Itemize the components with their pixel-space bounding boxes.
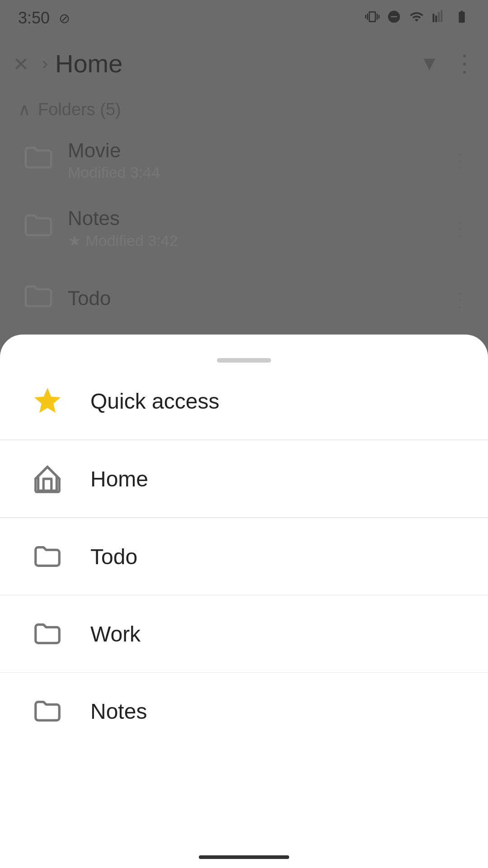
app-bar-title: › Home: [42, 49, 411, 78]
menu-label-todo: Todo: [90, 544, 137, 569]
folder-meta: Modified 3:44: [68, 164, 450, 181]
page-title: Home: [55, 49, 122, 78]
folders-count-label: Folders (5): [38, 100, 121, 119]
folder-info: Movie Modified 3:44: [68, 139, 450, 181]
wifi-icon: [408, 9, 425, 27]
vibrate-icon: [365, 9, 380, 27]
status-bar: 3:50 ⊘: [0, 0, 488, 36]
folder-meta: ★ Modified 3:42: [68, 231, 450, 250]
status-time: 3:50: [18, 9, 50, 28]
menu-item-home[interactable]: Home: [0, 440, 488, 518]
folder-icon-todo: [27, 541, 68, 572]
svg-rect-0: [432, 14, 434, 22]
app-bar-actions: ▼ ⋮: [419, 50, 474, 77]
dnd-icon: [387, 9, 401, 27]
svg-rect-1: [435, 15, 437, 22]
home-icon: [27, 463, 68, 495]
star-icon: [27, 385, 68, 417]
folder-name: Movie: [68, 139, 450, 162]
menu-label-notes: Notes: [90, 699, 147, 724]
dropdown-button[interactable]: ▼: [419, 52, 439, 75]
folder-item-notes[interactable]: Notes ★ Modified 3:42 ⋮: [0, 194, 488, 262]
svg-rect-3: [441, 10, 442, 22]
close-button[interactable]: ×: [14, 49, 28, 78]
menu-item-notes[interactable]: Notes: [0, 673, 488, 750]
more-options-button[interactable]: ⋮: [453, 50, 474, 77]
menu-label-home: Home: [90, 467, 148, 491]
svg-rect-2: [438, 12, 440, 22]
menu-label-quick-access: Quick access: [90, 389, 219, 414]
folder-icon: [18, 279, 54, 319]
more-icon[interactable]: ⋮: [450, 217, 470, 240]
app-bar: × › Home ▼ ⋮: [0, 36, 488, 90]
bottom-sheet: Quick access Home Todo Work: [0, 335, 488, 868]
breadcrumb-chevron: ›: [42, 53, 48, 74]
notification-icon: ⊘: [59, 10, 70, 26]
menu-item-quick-access[interactable]: Quick access: [0, 363, 488, 440]
folder-icon: [18, 208, 54, 248]
folders-section-header: ∧ Folders (5): [0, 90, 488, 128]
signal-icon: [432, 9, 446, 27]
menu-label-work: Work: [90, 622, 141, 646]
drag-handle: [217, 358, 271, 363]
folder-item-movie[interactable]: Movie Modified 3:44 ⋮: [0, 127, 488, 194]
status-bar-left: 3:50 ⊘: [18, 9, 70, 28]
home-indicator: [199, 855, 289, 859]
folder-icon-work: [27, 618, 68, 650]
folder-info: Notes ★ Modified 3:42: [68, 207, 450, 250]
folder-name: Todo: [68, 287, 450, 310]
collapse-icon[interactable]: ∧: [18, 99, 31, 119]
more-icon[interactable]: ⋮: [450, 288, 470, 311]
folder-icon-notes: [27, 695, 68, 727]
menu-item-todo[interactable]: Todo: [0, 518, 488, 595]
folder-item-todo[interactable]: Todo ⋮: [0, 267, 488, 332]
folder-info: Todo: [68, 287, 450, 311]
more-icon[interactable]: ⋮: [450, 149, 470, 172]
battery-icon: [454, 9, 470, 27]
menu-item-work[interactable]: Work: [0, 595, 488, 673]
status-bar-right: [365, 9, 470, 27]
folder-name: Notes: [68, 207, 450, 230]
folder-icon: [18, 141, 54, 180]
